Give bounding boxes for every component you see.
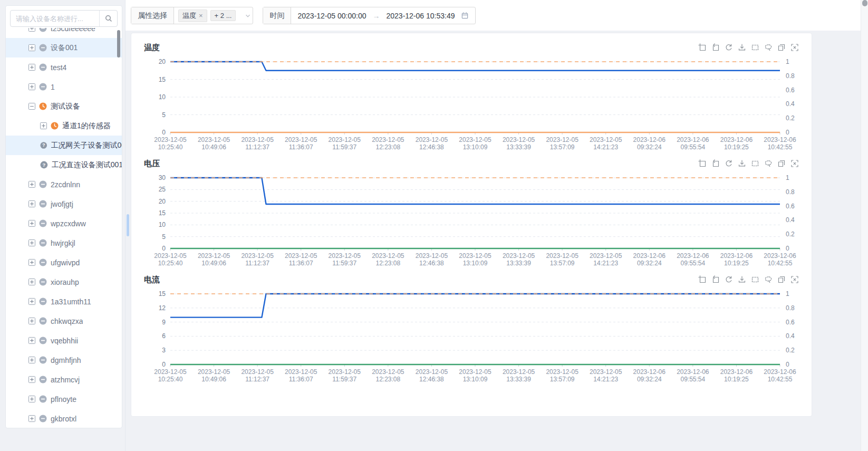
tree-item[interactable]: ?工况网关子设备测试001 bbox=[6, 136, 122, 155]
expand-icon[interactable] bbox=[28, 181, 35, 188]
zoom-box-icon[interactable] bbox=[698, 159, 707, 168]
tree-item[interactable]: 1a31umth11 bbox=[6, 292, 122, 311]
offline-icon bbox=[39, 395, 47, 403]
selected-tag[interactable]: 温度× bbox=[178, 9, 207, 22]
tree-item[interactable]: pflnoyte bbox=[6, 389, 122, 409]
refresh-icon[interactable] bbox=[725, 43, 733, 52]
tree-item-label: chkwqzxa bbox=[51, 317, 83, 325]
zoom-back-icon[interactable] bbox=[711, 43, 720, 52]
start-datetime[interactable]: 2023-12-05 00:00:00 bbox=[297, 12, 366, 20]
fullscreen-icon[interactable] bbox=[790, 275, 799, 284]
tree-item[interactable]: ?工况直连设备测试001 bbox=[6, 155, 122, 175]
svg-text:2023-12-0610:42:55: 2023-12-0610:42:55 bbox=[764, 368, 796, 383]
download-icon[interactable] bbox=[738, 43, 746, 52]
time-range-picker[interactable]: 2023-12-05 00:00:00 → 2023-12-06 10:53:4… bbox=[291, 7, 475, 24]
tree-item[interactable]: 测试设备 bbox=[6, 97, 122, 116]
page-scrollbar[interactable] bbox=[861, 0, 868, 451]
refresh-icon[interactable] bbox=[725, 275, 733, 284]
tree-item[interactable]: 设备001 bbox=[6, 38, 122, 57]
zoom-box-icon[interactable] bbox=[698, 275, 707, 284]
tree-item[interactable]: 2zcdnlnn bbox=[6, 175, 122, 194]
lasso-select-icon[interactable] bbox=[764, 159, 773, 168]
tree-item[interactable]: dgmhfjnh bbox=[6, 350, 122, 370]
expand-icon[interactable] bbox=[28, 298, 35, 305]
chevron-down-icon[interactable] bbox=[244, 7, 252, 24]
tree-item[interactable]: ufgwivpd bbox=[6, 253, 122, 272]
expand-icon[interactable] bbox=[28, 396, 35, 402]
expand-icon[interactable] bbox=[28, 415, 35, 422]
offline-icon bbox=[39, 44, 47, 52]
copy-icon[interactable] bbox=[777, 275, 786, 284]
tree-item[interactable]: hwjrgkjl bbox=[6, 233, 122, 253]
svg-text:2023-12-0512:46:38: 2023-12-0512:46:38 bbox=[416, 136, 448, 151]
svg-text:0.8: 0.8 bbox=[786, 72, 795, 80]
svg-text:2023-12-0610:19:25: 2023-12-0610:19:25 bbox=[720, 368, 753, 383]
refresh-icon[interactable] bbox=[725, 159, 733, 168]
chart-plot[interactable]: 05101520253000.20.40.60.812023-12-0510:2… bbox=[144, 171, 800, 271]
expand-icon[interactable] bbox=[28, 279, 35, 285]
lasso-select-icon[interactable] bbox=[764, 43, 773, 52]
tree-item[interactable]: test4 bbox=[6, 57, 122, 77]
tree-item[interactable]: vqebhhii bbox=[6, 331, 122, 350]
expand-icon[interactable] bbox=[28, 357, 35, 363]
rect-select-icon[interactable] bbox=[751, 159, 759, 168]
svg-text:20: 20 bbox=[159, 198, 166, 205]
copy-icon[interactable] bbox=[777, 43, 786, 52]
offline-icon bbox=[39, 200, 47, 208]
chart-plot[interactable]: 0510152000.20.40.60.812023-12-0510:25:40… bbox=[144, 55, 800, 155]
rect-select-icon[interactable] bbox=[751, 275, 759, 284]
page-scrollbar-thumb[interactable] bbox=[862, 0, 867, 6]
tree-item[interactable]: wpzcxdww bbox=[6, 214, 122, 233]
zoom-box-icon[interactable] bbox=[698, 43, 707, 52]
expand-icon[interactable] bbox=[28, 44, 35, 51]
svg-text:0.4: 0.4 bbox=[786, 100, 795, 108]
attribute-select[interactable]: 温度×+ 2 ... bbox=[174, 7, 240, 24]
tree-item[interactable]: 通道1的传感器 bbox=[6, 116, 122, 136]
tree-item[interactable]: chkwqzxa bbox=[6, 311, 122, 331]
tree-item[interactable]: atzhmcvj bbox=[6, 370, 122, 389]
zoom-back-icon[interactable] bbox=[711, 159, 720, 168]
calendar-icon[interactable] bbox=[461, 12, 469, 20]
svg-text:2023-12-0513:10:09: 2023-12-0513:10:09 bbox=[459, 252, 491, 267]
rect-select-icon[interactable] bbox=[751, 43, 759, 52]
tree-item[interactable]: jwofjgtj bbox=[6, 194, 122, 214]
tree-item[interactable]: xiorauhp bbox=[6, 272, 122, 292]
chart-title: 电压 bbox=[144, 159, 160, 169]
svg-text:2023-12-0609:32:24: 2023-12-0609:32:24 bbox=[633, 136, 666, 151]
close-icon[interactable]: × bbox=[199, 12, 203, 19]
expand-icon[interactable] bbox=[28, 376, 35, 383]
search-button[interactable] bbox=[99, 11, 117, 26]
expand-icon[interactable] bbox=[28, 239, 35, 246]
search-input[interactable] bbox=[11, 11, 99, 26]
expand-icon[interactable] bbox=[28, 337, 35, 344]
download-icon[interactable] bbox=[738, 159, 746, 168]
fullscreen-icon[interactable] bbox=[790, 159, 799, 168]
end-datetime[interactable]: 2023-12-06 10:53:49 bbox=[386, 12, 455, 20]
svg-text:0.8: 0.8 bbox=[786, 304, 795, 312]
tree-scrollbar[interactable] bbox=[117, 30, 120, 57]
fullscreen-icon[interactable] bbox=[790, 43, 799, 52]
collapse-icon[interactable] bbox=[28, 103, 35, 110]
sidebar-scrollbar[interactable] bbox=[127, 214, 129, 236]
svg-text:2023-12-0609:55:54: 2023-12-0609:55:54 bbox=[677, 136, 709, 151]
chart-toolbox bbox=[698, 159, 799, 168]
download-icon[interactable] bbox=[738, 275, 746, 284]
tree-item-label: 2zcdnlnn bbox=[51, 180, 80, 189]
expand-icon[interactable] bbox=[28, 64, 35, 71]
expand-icon[interactable] bbox=[28, 259, 35, 266]
chart-plot[interactable]: 0369121500.20.40.60.812023-12-0510:25:40… bbox=[144, 287, 800, 387]
expand-icon[interactable] bbox=[28, 318, 35, 324]
copy-icon[interactable] bbox=[777, 159, 786, 168]
expand-icon[interactable] bbox=[40, 122, 47, 129]
tree-item[interactable]: gkbrotxl bbox=[6, 409, 122, 427]
zoom-back-icon[interactable] bbox=[711, 275, 720, 284]
tree-item[interactable]: 1 bbox=[6, 77, 122, 97]
lasso-select-icon[interactable] bbox=[764, 275, 773, 284]
expand-icon[interactable] bbox=[28, 200, 35, 207]
expand-icon[interactable] bbox=[28, 220, 35, 227]
expand-icon[interactable] bbox=[28, 28, 35, 32]
tree-item[interactable]: t25cdfeeeeee bbox=[6, 28, 122, 38]
expand-icon[interactable] bbox=[28, 83, 35, 90]
svg-text:2023-12-0510:25:40: 2023-12-0510:25:40 bbox=[154, 368, 187, 383]
more-tag[interactable]: + 2 ... bbox=[210, 10, 236, 21]
